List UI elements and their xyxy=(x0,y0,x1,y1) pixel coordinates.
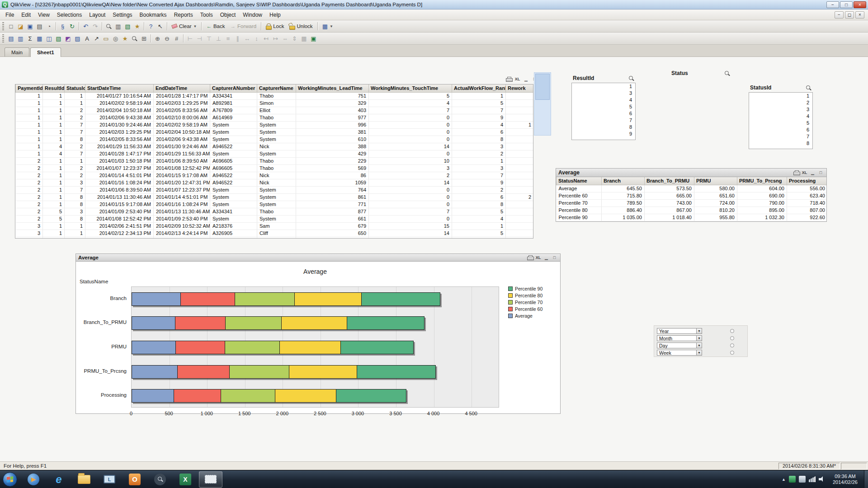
menu-help[interactable]: Help xyxy=(266,10,284,19)
table-cell[interactable]: 15 xyxy=(369,222,452,230)
table-cell[interactable]: System xyxy=(210,201,257,208)
mdi-restore-button[interactable]: ◻ xyxy=(845,11,854,19)
table-cell[interactable]: 2 xyxy=(452,186,506,193)
minimize-object-icon[interactable]: ▁ xyxy=(809,169,816,176)
table-cell[interactable]: 10 xyxy=(369,237,452,239)
table-cell[interactable]: 661 xyxy=(296,215,369,222)
table-cell[interactable]: 2 xyxy=(16,215,43,222)
table-cell[interactable]: 2014/02/06 2:41:51 PM xyxy=(85,222,154,230)
table-cell[interactable]: 2014/01/30 9:24:46 AM xyxy=(85,121,154,128)
table-cell[interactable]: 1 xyxy=(65,157,85,164)
table-cell[interactable]: 1 xyxy=(43,99,65,107)
table-cell[interactable] xyxy=(506,230,534,237)
table-cell[interactable]: System xyxy=(257,193,296,201)
table-cell[interactable]: System xyxy=(210,121,257,128)
table-cell[interactable]: 1 xyxy=(43,201,65,208)
table-cell[interactable] xyxy=(506,114,534,121)
search-icon[interactable] xyxy=(724,70,730,76)
table-cell[interactable]: 7 xyxy=(369,208,452,215)
table-cell[interactable]: 2 xyxy=(65,114,85,121)
search-icon[interactable] xyxy=(806,85,811,91)
align-left-icon[interactable]: ⊢ xyxy=(185,34,195,43)
tab-sheet1[interactable]: Sheet1 xyxy=(30,47,61,57)
table-cell[interactable] xyxy=(506,222,534,230)
table-cell[interactable]: 9 xyxy=(452,179,506,186)
table-cell[interactable]: 2014/02/05 8:33:56 AM xyxy=(85,136,154,143)
table-cell[interactable]: System xyxy=(257,136,296,143)
column-header[interactable]: StatusName xyxy=(557,177,602,185)
table-cell[interactable]: 2014/02/10 8:00:06 AM xyxy=(154,114,210,121)
bar-segment-average[interactable] xyxy=(132,366,178,378)
list-item[interactable]: 3 xyxy=(572,90,635,97)
table-cell[interactable]: 771 xyxy=(296,201,369,208)
table-cell[interactable] xyxy=(506,201,534,208)
print-icon[interactable] xyxy=(793,169,800,176)
column-header[interactable]: PRMU_To_Prcsng xyxy=(737,177,787,185)
table-cell[interactable]: 0 xyxy=(369,136,452,143)
bar-segment-average[interactable] xyxy=(132,341,176,354)
search-icon[interactable] xyxy=(104,22,113,31)
chart-bar-prmu[interactable] xyxy=(132,341,414,354)
menu-reports[interactable]: Reports xyxy=(170,10,197,19)
bar-segment-percentile-90[interactable] xyxy=(357,366,435,378)
bar-segment-average[interactable] xyxy=(132,389,174,402)
table-cell[interactable]: 610 xyxy=(296,136,369,143)
list-item[interactable]: 8 xyxy=(572,124,635,131)
toolbar-grip[interactable] xyxy=(2,34,4,42)
table-cell[interactable]: 3 xyxy=(16,237,43,239)
print-icon[interactable] xyxy=(505,76,512,82)
table-cell[interactable]: 14 xyxy=(369,230,452,237)
table-cell[interactable] xyxy=(506,99,534,107)
explorer-taskbar-button[interactable] xyxy=(72,471,96,488)
table-cell[interactable]: System xyxy=(210,136,257,143)
table-cell[interactable]: 1 xyxy=(43,179,65,186)
lock-button[interactable]: Lock xyxy=(263,23,287,30)
table-cell[interactable]: 2014/01/28 1:47:17 PM xyxy=(154,92,210,99)
print-icon[interactable] xyxy=(527,254,533,261)
table-cell[interactable]: 3 xyxy=(369,164,452,172)
table-cell[interactable]: 2014/01/16 1:08:24 PM xyxy=(154,201,210,208)
bar-segment-percentile-80[interactable] xyxy=(275,389,336,402)
table-cell[interactable] xyxy=(506,179,534,186)
table-cell[interactable]: Elliot xyxy=(257,107,296,114)
bar-segment-percentile-60[interactable] xyxy=(176,341,225,354)
table-cell[interactable]: 1 xyxy=(65,222,85,230)
button-object-icon[interactable]: ▭ xyxy=(101,34,111,43)
space-horizontal-icon[interactable]: ↔ xyxy=(242,34,252,43)
table-cell[interactable]: 8 xyxy=(65,193,85,201)
table-cell[interactable]: 2 xyxy=(16,193,43,201)
table-cell[interactable]: 0 xyxy=(369,215,452,222)
scrollbar-thumb[interactable] xyxy=(535,74,550,100)
table-cell[interactable]: 1 xyxy=(43,164,65,172)
text-object-icon[interactable]: A xyxy=(82,34,92,43)
table-cell[interactable]: 229 xyxy=(296,157,369,164)
table-cell[interactable]: 1 xyxy=(43,193,65,201)
menu-selections[interactable]: Selections xyxy=(53,10,85,19)
table-cell[interactable]: 1059 xyxy=(296,179,369,186)
current-selections-icon[interactable]: ▥ xyxy=(113,22,123,31)
table-cell[interactable]: 429 xyxy=(296,150,369,157)
table-cell[interactable]: 2014/02/06 9:43:38 AM xyxy=(85,114,154,121)
table-cell[interactable]: 8 xyxy=(65,215,85,222)
table-cell[interactable]: Nick xyxy=(257,143,296,150)
month-cycle-button[interactable] xyxy=(730,336,734,340)
table-cell[interactable]: 8 xyxy=(65,201,85,208)
bar-segment-percentile-70[interactable] xyxy=(230,366,289,378)
table-cell[interactable]: 1 xyxy=(16,114,43,121)
align-top-icon[interactable]: ⊤ xyxy=(204,34,214,43)
table-cell[interactable]: 2014/01/13 11:30:46 AM xyxy=(85,193,154,201)
bar-segment-percentile-90[interactable] xyxy=(362,293,440,305)
table-cell[interactable] xyxy=(506,157,534,164)
table-cell[interactable]: 2014/02/12 2:34:13 PM xyxy=(85,230,154,237)
table-cell[interactable]: 9 xyxy=(452,114,506,121)
excel-taskbar-button[interactable]: X xyxy=(174,471,197,488)
center-vertical-icon[interactable]: ∥ xyxy=(233,34,242,43)
table-cell[interactable]: 1 xyxy=(43,157,65,164)
quick-chart-icon[interactable]: ▧ xyxy=(123,22,132,31)
bar-segment-percentile-80[interactable] xyxy=(280,341,341,354)
table-cell[interactable]: A218376 xyxy=(210,222,257,230)
bar-segment-percentile-90[interactable] xyxy=(341,341,413,354)
mdi-minimize-button[interactable]: − xyxy=(835,11,844,19)
column-header[interactable]: Rework xyxy=(506,84,534,92)
table-cell[interactable]: 2014/01/15 9:17:08 AM xyxy=(154,172,210,179)
